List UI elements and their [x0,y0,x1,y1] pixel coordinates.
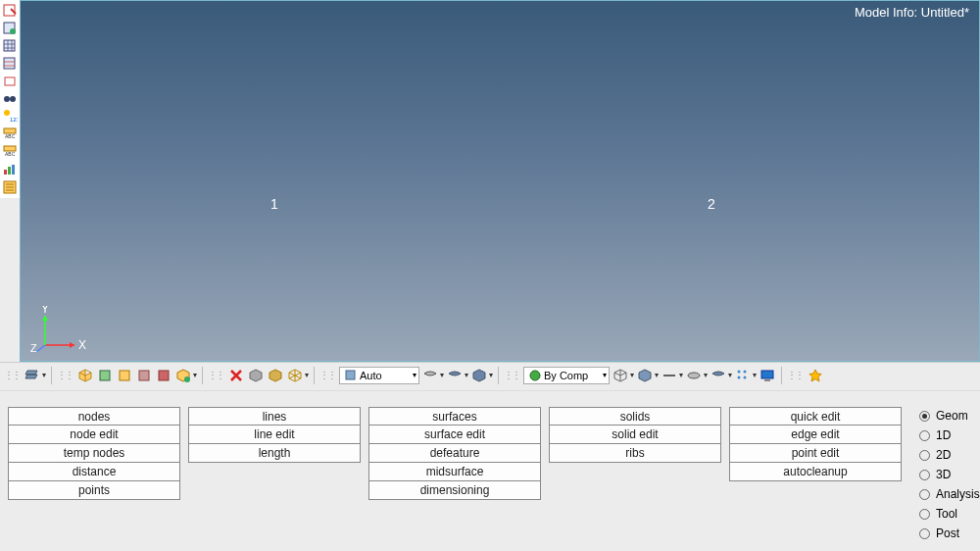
radio-button-icon [919,470,930,480]
radio-label: Geom [936,409,968,423]
solid-style-dd[interactable]: ▾ [710,367,732,384]
page-radio-analysis[interactable]: Analysis [919,485,980,503]
svg-point-30 [184,376,190,382]
wireframe-dd[interactable]: ▾ [286,367,309,384]
svg-point-8 [4,110,10,116]
grid-style-dd[interactable]: ▾ [734,367,757,384]
page-radio-tool[interactable]: Tool [919,505,980,523]
opt-c-dd[interactable]: ▾ [470,367,493,384]
left-tool-abc2[interactable]: ABC [1,143,19,161]
radio-label: 2D [936,448,951,462]
btn-ribs[interactable]: ribs [549,444,721,463]
opt-b-dd[interactable]: ▾ [446,367,468,384]
iso-view-icon[interactable] [76,367,94,384]
btn-temp-nodes[interactable]: temp nodes [8,444,180,463]
svg-text:Y: Y [41,306,49,316]
svg-text:123: 123 [10,117,18,123]
btn-nodes[interactable]: nodes [8,407,180,426]
left-tool-chart[interactable] [1,161,19,178]
toolbar-grip: ⋮⋮ [208,370,223,380]
model-info-label: Model Info: Untitled* [855,5,969,20]
btn-solid-edit[interactable]: solid edit [549,426,721,444]
btn-surfaces[interactable]: surfaces [368,407,541,426]
panel-col-2: lines line edit length [188,407,361,547]
axis-triad: X Y Z [30,306,89,355]
left-tool-abc1[interactable]: ABC [1,125,19,143]
radio-button-icon [919,450,930,461]
btn-defeature[interactable]: defeature [368,444,541,463]
toolbar-grip: ⋮⋮ [319,370,335,380]
saved-views-dd[interactable]: ▾ [174,367,197,384]
btn-point-edit[interactable]: point edit [729,444,902,463]
svg-point-34 [738,370,741,373]
surf-style-dd[interactable]: ▾ [685,367,708,384]
panel-col-5: quick edit edge edit point edit autoclea… [729,407,902,547]
btn-node-edit[interactable]: node edit [8,426,180,444]
btn-solids[interactable]: solids [549,407,721,426]
radio-label: 3D [936,468,951,481]
left-tool-binoculars[interactable] [1,90,19,108]
toolbar-grip: ⋮⋮ [787,370,803,380]
btn-points[interactable]: points [8,481,180,500]
btn-autocleanup[interactable]: autocleanup [729,463,902,481]
favorite-star-icon[interactable] [807,367,824,384]
svg-rect-29 [159,371,169,380]
svg-point-6 [4,96,10,102]
delete-icon[interactable] [227,367,245,384]
left-tool-2[interactable] [1,20,19,37]
btn-edge-edit[interactable]: edge edit [729,426,902,444]
svg-rect-38 [761,371,773,378]
btn-length[interactable]: length [188,444,361,463]
xz-view-icon[interactable] [135,367,153,384]
btn-surface-edit[interactable]: surface edit [368,426,541,444]
toolbar-grip: ⋮⋮ [504,370,519,380]
svg-point-2 [10,28,16,34]
page-radio-3d[interactable]: 3D [919,466,980,483]
left-tool-5[interactable] [1,73,19,90]
panel-area: nodes node edit temp nodes distance poin… [0,390,980,551]
page-radio-geom[interactable]: Geom [919,407,980,425]
shaded-mesh-icon[interactable] [247,367,265,384]
page-radio-post[interactable]: Post [919,525,980,542]
shaded-icon[interactable] [267,367,284,384]
shaded-geom-dd[interactable]: ▾ [636,367,659,384]
btn-midsurface[interactable]: midsurface [368,463,541,481]
btn-dimensioning[interactable]: dimensioning [368,481,541,500]
svg-point-36 [738,376,741,378]
view-toolbar: ⋮⋮ ▾ ⋮⋮ ▾ ⋮⋮ ▾ ⋮⋮ Auto ▾ ▾ ▾ ▾ ⋮⋮ By Com… [0,362,980,387]
xy-view-icon[interactable] [96,367,114,384]
panel-columns: nodes node edit temp nodes distance poin… [8,407,902,547]
mesh-display-dd[interactable]: ▾ [24,367,46,384]
color-by-combo[interactable]: By Comp ▾ [523,367,610,384]
btn-lines[interactable]: lines [188,407,361,426]
radio-button-icon [919,430,930,441]
left-tool-1[interactable] [1,2,19,20]
btn-quick-edit[interactable]: quick edit [729,407,902,426]
btn-line-edit[interactable]: line edit [188,426,361,444]
svg-text:ABC: ABC [5,133,16,139]
mesh-control-combo[interactable]: Auto ▾ [339,367,419,384]
svg-rect-16 [12,165,15,175]
monitor-icon[interactable] [759,367,776,384]
opt-a-dd[interactable]: ▾ [421,367,444,384]
left-tool-3[interactable] [1,37,19,55]
svg-marker-19 [70,342,74,348]
radio-button-icon [919,489,930,500]
toolbar-grip: ⋮⋮ [4,370,20,380]
svg-point-33 [688,373,700,378]
wireframe-geom-dd[interactable]: ▾ [612,367,634,384]
left-tool-4[interactable] [1,55,19,73]
panel-col-1: nodes node edit temp nodes distance poin… [8,407,180,547]
left-tool-list[interactable] [1,178,19,196]
reverse-view-icon[interactable] [155,367,172,384]
btn-distance[interactable]: distance [8,463,180,481]
yz-view-icon[interactable] [116,367,133,384]
svg-rect-39 [764,379,770,381]
svg-text:Z: Z [30,342,37,354]
page-radio-2d[interactable]: 2D [919,446,980,464]
page-radio-1d[interactable]: 1D [919,426,980,444]
viewport-3d[interactable]: Model Info: Untitled* 1 2 X Y Z [20,0,980,362]
line-style-dd[interactable]: ▾ [661,367,683,384]
svg-rect-3 [4,40,15,51]
left-tool-123[interactable]: 123 [1,108,19,125]
